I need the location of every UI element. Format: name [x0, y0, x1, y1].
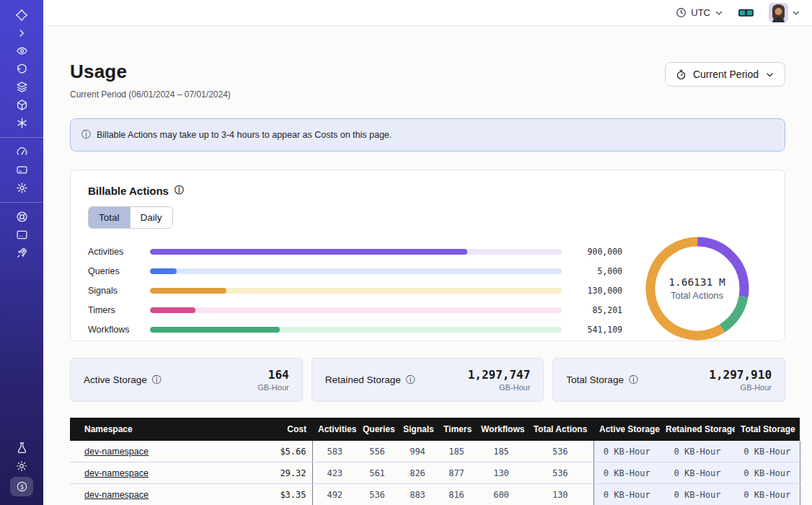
bar-row: Timers 85,201 — [88, 300, 622, 320]
cell-cost: $3.35 — [227, 484, 312, 505]
cell-total_storage: 0 KB-Hour — [735, 441, 800, 462]
user-avatar — [769, 3, 788, 22]
storage-card: Total Storage ⓘ 1,297,910 GB-Hour — [552, 358, 785, 402]
cell-namespace: dev-namespace — [70, 484, 227, 505]
sun-icon[interactable] — [9, 457, 34, 475]
history-icon[interactable] — [9, 60, 34, 78]
stopwatch-icon — [676, 69, 687, 80]
chevron-down-icon — [765, 70, 775, 79]
column-header-total_storage: Total Storage — [735, 418, 800, 441]
storage-card-unit: GB-Hour — [709, 383, 772, 392]
bar-row: Workflows 541,109 — [88, 320, 622, 339]
bar-track — [150, 268, 562, 274]
bar-row: Queries 5,000 — [88, 261, 622, 281]
glasses-icon[interactable] — [738, 7, 754, 18]
namespace-link[interactable]: dev-namespace — [84, 490, 149, 500]
bar-track — [150, 288, 562, 294]
layers-icon[interactable] — [9, 78, 34, 96]
donut-center: 1.66131 M Total Actions — [627, 276, 767, 301]
table-row: dev-namespace29.324235618268771305360 KB… — [70, 462, 800, 484]
storage-card-label: Total Storage — [566, 374, 624, 385]
cell-retained_storage: 0 KB-Hour — [660, 462, 735, 484]
billable-actions-title: Billable Actions — [88, 185, 169, 197]
rocket-icon[interactable] — [9, 244, 34, 262]
bar-fill — [150, 249, 467, 255]
namespace-link[interactable]: dev-namespace — [84, 468, 149, 478]
cell-total_storage: 0 KB-Hour — [735, 462, 800, 484]
main-content: Usage Current Period (06/01/2024 – 07/01… — [43, 61, 812, 505]
storage-card: Active Storage ⓘ 164 GB-Hour — [70, 358, 303, 402]
topbar: UTC — [43, 0, 812, 26]
bar-value: 541,109 — [570, 325, 622, 335]
info-icon[interactable]: ⓘ — [406, 374, 415, 387]
lifebuoy-icon[interactable] — [9, 208, 34, 226]
bar-track — [150, 307, 562, 313]
timezone-selector[interactable]: UTC — [676, 7, 723, 18]
cell-workflows: 130 — [475, 462, 527, 484]
temporal-logo[interactable] — [9, 6, 34, 24]
info-icon[interactable]: ⓘ — [629, 374, 638, 387]
column-header-workflows: Workflows — [475, 418, 527, 441]
storage-card-value: 1,297,747 — [468, 368, 531, 382]
cell-total_actions: 536 — [527, 441, 593, 462]
bar-value: 85,201 — [570, 305, 622, 315]
total-actions-donut: 1.66131 M Total Actions — [627, 234, 767, 343]
page-title: Usage — [70, 61, 231, 83]
cell-queries: 561 — [357, 462, 397, 484]
billable-bars: Activities 900,000 Queries 5,000 Signals… — [88, 242, 622, 339]
tab-daily[interactable]: Daily — [131, 207, 172, 228]
billable-view-tabs: Total Daily — [88, 206, 173, 229]
bar-fill — [150, 288, 226, 294]
bar-label: Signals — [88, 286, 141, 296]
tab-total[interactable]: Total — [89, 207, 131, 228]
period-selector-button[interactable]: Current Period — [665, 62, 785, 87]
table-row: dev-namespace$5.665835569941851855360 KB… — [70, 441, 800, 462]
chevron-right-icon[interactable] — [9, 24, 34, 42]
column-header-queries: Queries — [357, 418, 397, 441]
storage-card-label: Active Storage — [84, 374, 147, 385]
storage-card-label: Retained Storage — [325, 374, 401, 385]
cell-timers: 185 — [438, 441, 475, 462]
info-icon[interactable]: ⓘ — [152, 374, 162, 387]
namespace-link[interactable]: dev-namespace — [84, 447, 149, 457]
current-period-subtitle: Current Period (06/01/2024 – 07/01/2024) — [70, 89, 231, 100]
bar-fill — [150, 307, 195, 313]
terminal-icon[interactable] — [9, 226, 34, 244]
cell-cost: 29.32 — [227, 462, 312, 484]
cell-retained_storage: 0 KB-Hour — [660, 441, 735, 462]
gauge-icon[interactable] — [9, 143, 34, 161]
billing-card-icon[interactable] — [9, 161, 34, 179]
column-header-active_storage: Active Storage — [593, 418, 660, 441]
cell-workflows: 600 — [475, 484, 527, 505]
storage-card: Retained Storage ⓘ 1,297,747 GB-Hour — [312, 358, 544, 402]
sidebar-divider — [0, 137, 43, 138]
cell-queries: 556 — [357, 441, 397, 462]
column-header-namespace: Namespace — [70, 418, 227, 441]
cube-icon[interactable] — [9, 96, 34, 114]
bar-track — [150, 249, 562, 255]
bar-value: 130,000 — [570, 286, 622, 296]
svg-text:$: $ — [19, 483, 24, 491]
bar-fill — [150, 268, 177, 274]
total-actions-value: 1.66131 M — [627, 276, 767, 288]
clock-icon — [676, 7, 687, 18]
cell-signals: 994 — [397, 441, 438, 462]
cell-activities: 583 — [312, 441, 357, 462]
flask-icon[interactable] — [9, 439, 34, 457]
column-header-activities: Activities — [312, 418, 357, 441]
timezone-label: UTC — [691, 7, 710, 18]
cell-signals: 883 — [397, 484, 438, 505]
eye-icon[interactable] — [9, 42, 34, 60]
info-icon[interactable]: ⓘ — [175, 184, 184, 197]
column-header-signals: Signals — [397, 418, 438, 441]
cell-activities: 492 — [312, 484, 357, 505]
table-header-row: NamespaceCostActivitiesQueriesSignalsTim… — [70, 418, 800, 441]
cell-retained_storage: 0 KB-Hour — [660, 484, 735, 505]
cell-active_storage: 0 KB-Hour — [593, 462, 660, 484]
asterisk-icon[interactable] — [9, 114, 34, 132]
info-icon: ⓘ — [81, 128, 91, 141]
gear-icon[interactable] — [9, 179, 34, 197]
dollar-icon[interactable]: $ — [10, 477, 33, 496]
user-menu[interactable] — [769, 3, 800, 22]
bar-row: Signals 130,000 — [88, 281, 622, 300]
